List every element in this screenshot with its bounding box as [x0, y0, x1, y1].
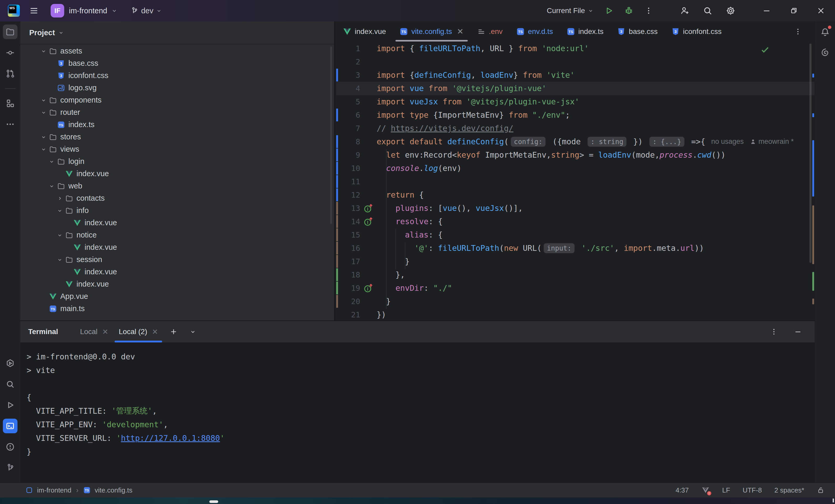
code-line-14[interactable]: 14I resolve: {: [336, 215, 815, 228]
more-actions-button[interactable]: [643, 4, 655, 17]
breadcrumb-project[interactable]: im-frontend: [37, 486, 72, 495]
chevron-down-icon[interactable]: [47, 157, 57, 166]
project-scrollbar[interactable]: [330, 46, 332, 224]
code-line-3[interactable]: 3import {defineConfig, loadEnv} from 'vi…: [336, 68, 815, 82]
editor-tab-index.ts[interactable]: TSindex.ts: [560, 21, 611, 41]
tree-item-web[interactable]: web: [20, 180, 334, 192]
tool-stripe-run[interactable]: [3, 398, 18, 412]
tool-stripe-more-tool-windows[interactable]: [3, 117, 18, 132]
tool-stripe-find[interactable]: [3, 377, 18, 391]
tree-item-views[interactable]: views: [20, 143, 334, 155]
terminal-tab-Local (2)[interactable]: Local (2)✕: [114, 321, 163, 342]
vue-error-indicator[interactable]: !: [701, 486, 710, 495]
tool-stripe-commit[interactable]: [3, 45, 18, 60]
author-hint[interactable]: meowrain *: [750, 138, 794, 146]
code-line-17[interactable]: 17 }: [336, 255, 815, 268]
code-line-13[interactable]: 13I plugins: [vue(), vueJsx()],: [336, 201, 815, 215]
tree-item-components[interactable]: components: [20, 94, 334, 106]
close-icon[interactable]: ✕: [102, 327, 108, 336]
tool-stripe-pull-requests[interactable]: [3, 66, 18, 81]
tree-item-info[interactable]: info: [20, 204, 334, 217]
code-line-10[interactable]: 10 console.log(env): [336, 162, 815, 175]
terminal-options-button[interactable]: [768, 325, 780, 338]
tool-stripe-problems[interactable]: [3, 440, 18, 454]
close-icon[interactable]: ✕: [457, 27, 464, 36]
code-line-11[interactable]: 11: [336, 175, 815, 188]
run-configuration-select[interactable]: Current File: [547, 6, 594, 15]
code-line-1[interactable]: 1import { fileURLToPath, URL } from 'nod…: [336, 42, 815, 55]
terminal-tab-Local[interactable]: Local✕: [75, 321, 114, 342]
hide-terminal-button[interactable]: [792, 325, 804, 338]
editor-tab-.env[interactable]: .env: [470, 21, 510, 41]
chevron-down-icon[interactable]: [55, 255, 65, 265]
code-line-4[interactable]: 4import vue from '@vitejs/plugin-vue': [336, 82, 815, 95]
code-line-5[interactable]: 5import vueJsx from '@vitejs/plugin-vue-…: [336, 95, 815, 108]
tree-item-notice[interactable]: notice: [20, 229, 334, 241]
tree-item-index.vue[interactable]: index.vue: [20, 278, 334, 290]
tool-stripe-structure[interactable]: [3, 96, 18, 111]
chevron-down-icon[interactable]: [111, 7, 118, 14]
inspections-ok-icon[interactable]: [760, 44, 770, 55]
minimize-button[interactable]: [760, 4, 773, 17]
usages-hint[interactable]: no usages: [705, 138, 750, 146]
code-line-9[interactable]: 9 let env:Record<keyof ImportMetaEnv,str…: [336, 148, 815, 162]
main-menu-button[interactable]: [28, 4, 40, 17]
commit-gutter-icon[interactable]: I: [363, 283, 374, 294]
run-button[interactable]: [603, 4, 615, 17]
new-terminal-tab-button[interactable]: [167, 325, 180, 338]
editor-tab-iconfont.css[interactable]: 3iconfont.css: [665, 21, 729, 41]
search-everywhere-button[interactable]: [701, 4, 714, 17]
tree-item-index.vue[interactable]: index.vue: [20, 266, 334, 278]
code-line-12[interactable]: 12 return {: [336, 188, 815, 201]
inlay-hint[interactable]: config:: [511, 137, 546, 147]
breadcrumb-file[interactable]: vite.config.ts: [95, 486, 133, 495]
code-line-15[interactable]: 15 alias: {: [336, 228, 815, 241]
tree-item-contacts[interactable]: contacts: [20, 192, 334, 204]
code-line-2[interactable]: 2: [336, 55, 815, 68]
tree-item-index.vue[interactable]: index.vue: [20, 167, 334, 180]
tab-list-button[interactable]: [792, 25, 804, 38]
tree-item-router[interactable]: router: [20, 106, 334, 119]
inlay-hint[interactable]: input:: [544, 243, 574, 253]
tool-stripe-notifications[interactable]: [818, 24, 832, 39]
code-line-20[interactable]: 20 }: [336, 295, 815, 308]
terminal-tab-dropdown[interactable]: [187, 325, 199, 338]
caret-position[interactable]: 4:37: [675, 486, 689, 495]
tree-item-index.vue[interactable]: index.vue: [20, 217, 334, 229]
settings-button[interactable]: [724, 4, 737, 17]
chevron-down-icon[interactable]: [55, 230, 65, 240]
editor-scrollbar[interactable]: [810, 44, 812, 263]
tree-item-base.css[interactable]: 3base.css: [20, 57, 334, 69]
editor-tab-index.vue[interactable]: index.vue: [336, 21, 393, 41]
chevron-down-icon[interactable]: [39, 132, 48, 142]
code-line-18[interactable]: 18 },: [336, 268, 815, 281]
indent-indicator[interactable]: 2 spaces*: [774, 486, 804, 495]
chevron-down-icon[interactable]: [39, 144, 48, 154]
commit-gutter-icon[interactable]: I: [363, 203, 374, 214]
debug-button[interactable]: [623, 4, 635, 17]
tree-item-index.ts[interactable]: TSindex.ts: [20, 119, 334, 131]
tree-item-session[interactable]: session: [20, 254, 334, 266]
tree-item-stores[interactable]: stores: [20, 131, 334, 143]
tool-stripe-ai-assistant[interactable]: [818, 45, 832, 60]
chevron-down-icon[interactable]: [39, 95, 48, 105]
terminal-link[interactable]: http://127.0.0.1:8080: [121, 434, 220, 443]
chevron-right-icon[interactable]: [55, 194, 65, 203]
terminal-output[interactable]: > im-frontend@0.0.0 dev> vite{ VITE_APP_…: [20, 342, 815, 458]
chevron-down-icon[interactable]: [55, 206, 65, 216]
restore-button[interactable]: [788, 4, 800, 17]
editor-tab-vite.config.ts[interactable]: TSvite.config.ts✕: [393, 21, 470, 41]
code-editor[interactable]: 1import { fileURLToPath, URL } from 'nod…: [336, 42, 815, 321]
lock-open-icon[interactable]: [817, 486, 824, 494]
line-separator-indicator[interactable]: LF: [722, 486, 730, 495]
tree-item-index.vue[interactable]: index.vue: [20, 241, 334, 254]
encoding-indicator[interactable]: UTF-8: [742, 486, 762, 495]
tool-stripe-version-control[interactable]: [3, 460, 18, 475]
code-line-19[interactable]: 19I envDir: "./": [336, 281, 815, 295]
tree-item-assets[interactable]: assets: [20, 45, 334, 57]
editor-tab-base.css[interactable]: 3base.css: [610, 21, 665, 41]
chevron-down-icon[interactable]: [47, 181, 57, 191]
tree-item-login[interactable]: login: [20, 155, 334, 167]
commit-gutter-icon[interactable]: I: [363, 216, 374, 227]
project-name[interactable]: im-frontend: [69, 6, 107, 15]
